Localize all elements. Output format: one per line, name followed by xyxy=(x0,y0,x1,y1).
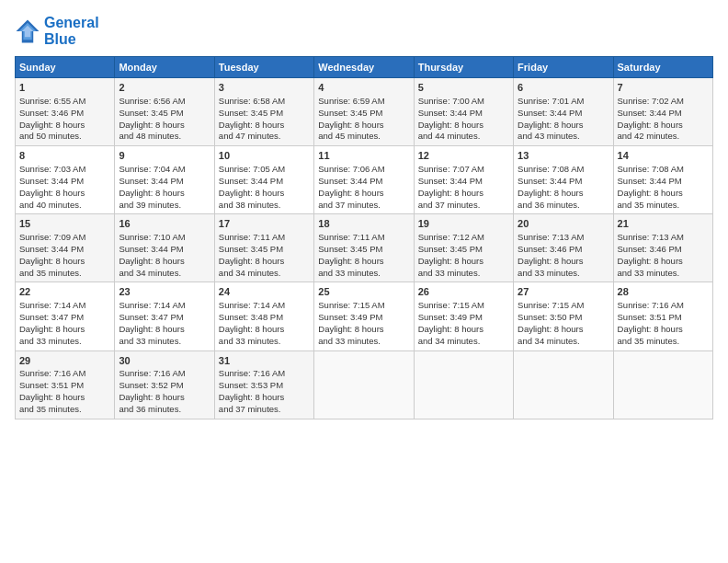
cell-line: Sunrise: 7:15 AM xyxy=(318,300,409,312)
cell-line: Sunset: 3:45 PM xyxy=(219,108,310,120)
week-row-4: 22Sunrise: 7:14 AMSunset: 3:47 PMDayligh… xyxy=(16,282,713,350)
cell-line: Daylight: 8 hours xyxy=(219,392,310,404)
calendar-cell xyxy=(613,350,712,419)
column-header-monday: Monday xyxy=(115,57,214,78)
cell-line: Sunrise: 7:12 AM xyxy=(418,232,509,244)
calendar-cell: 2Sunrise: 6:56 AMSunset: 3:45 PMDaylight… xyxy=(115,78,214,146)
cell-line: Sunrise: 7:14 AM xyxy=(219,300,310,312)
cell-line: Sunrise: 7:13 AM xyxy=(618,232,709,244)
calendar-cell: 6Sunrise: 7:01 AMSunset: 3:44 PMDaylight… xyxy=(514,78,613,146)
calendar-cell: 16Sunrise: 7:10 AMSunset: 3:44 PMDayligh… xyxy=(115,214,214,282)
cell-line: and 33 minutes. xyxy=(418,268,509,280)
day-number: 10 xyxy=(219,149,310,163)
cell-line: Sunset: 3:44 PM xyxy=(518,108,609,120)
cell-line: Sunrise: 7:13 AM xyxy=(518,232,609,244)
header: General Blue xyxy=(15,15,713,47)
cell-line: Sunset: 3:45 PM xyxy=(219,244,310,256)
cell-line: Sunrise: 7:14 AM xyxy=(119,300,210,312)
cell-line: Sunrise: 7:07 AM xyxy=(418,164,509,176)
cell-line: Sunset: 3:49 PM xyxy=(318,312,409,324)
cell-line: Sunrise: 7:16 AM xyxy=(219,368,310,380)
calendar-cell: 20Sunrise: 7:13 AMSunset: 3:46 PMDayligh… xyxy=(514,214,613,282)
cell-line: Sunset: 3:44 PM xyxy=(119,176,210,188)
cell-line: and 43 minutes. xyxy=(518,131,609,143)
cell-line: and 37 minutes. xyxy=(219,404,310,416)
cell-line: Sunrise: 7:08 AM xyxy=(518,164,609,176)
column-header-friday: Friday xyxy=(514,57,613,78)
calendar-cell: 18Sunrise: 7:11 AMSunset: 3:45 PMDayligh… xyxy=(314,214,414,282)
cell-line: and 33 minutes. xyxy=(318,336,409,348)
calendar-cell: 8Sunrise: 7:03 AMSunset: 3:44 PMDaylight… xyxy=(16,146,115,214)
cell-line: Daylight: 8 hours xyxy=(19,188,110,200)
cell-line: Sunrise: 7:16 AM xyxy=(119,368,210,380)
cell-line: Sunset: 3:49 PM xyxy=(418,312,509,324)
column-header-wednesday: Wednesday xyxy=(314,57,414,78)
cell-line: and 33 minutes. xyxy=(318,268,409,280)
cell-line: and 33 minutes. xyxy=(119,336,210,348)
cell-line: and 35 minutes. xyxy=(618,336,709,348)
cell-line: Daylight: 8 hours xyxy=(518,188,609,200)
cell-line: Sunset: 3:52 PM xyxy=(119,380,210,392)
calendar-cell: 10Sunrise: 7:05 AMSunset: 3:44 PMDayligh… xyxy=(214,146,313,214)
cell-line: and 44 minutes. xyxy=(418,131,509,143)
cell-line: Sunrise: 7:05 AM xyxy=(219,164,310,176)
cell-line: Daylight: 8 hours xyxy=(618,324,709,336)
day-number: 13 xyxy=(518,149,609,163)
cell-line: Daylight: 8 hours xyxy=(119,256,210,268)
cell-line: Daylight: 8 hours xyxy=(618,188,709,200)
day-number: 29 xyxy=(19,354,110,368)
cell-line: Daylight: 8 hours xyxy=(19,324,110,336)
cell-line: Sunset: 3:44 PM xyxy=(618,176,709,188)
cell-line: Daylight: 8 hours xyxy=(119,324,210,336)
cell-line: Daylight: 8 hours xyxy=(618,256,709,268)
day-number: 2 xyxy=(119,81,210,95)
day-number: 30 xyxy=(119,354,210,368)
cell-line: Sunrise: 7:06 AM xyxy=(318,164,409,176)
day-number: 27 xyxy=(518,285,609,299)
calendar-cell: 7Sunrise: 7:02 AMSunset: 3:44 PMDaylight… xyxy=(613,78,712,146)
cell-line: and 39 minutes. xyxy=(119,200,210,212)
cell-line: and 48 minutes. xyxy=(119,131,210,143)
cell-line: Sunrise: 7:11 AM xyxy=(318,232,409,244)
calendar-table: SundayMondayTuesdayWednesdayThursdayFrid… xyxy=(15,56,713,419)
day-number: 3 xyxy=(219,81,310,95)
page: General Blue SundayMondayTuesdayWednesda… xyxy=(0,0,728,563)
day-number: 15 xyxy=(19,217,110,231)
cell-line: Sunrise: 6:56 AM xyxy=(119,96,210,108)
day-number: 21 xyxy=(618,217,709,231)
cell-line: Sunrise: 6:59 AM xyxy=(318,96,409,108)
cell-line: Daylight: 8 hours xyxy=(119,188,210,200)
calendar-cell: 12Sunrise: 7:07 AMSunset: 3:44 PMDayligh… xyxy=(414,146,513,214)
logo-general: General xyxy=(44,15,99,30)
cell-line: Sunset: 3:44 PM xyxy=(318,176,409,188)
cell-line: and 37 minutes. xyxy=(418,200,509,212)
day-number: 28 xyxy=(618,285,709,299)
cell-line: and 34 minutes. xyxy=(119,268,210,280)
calendar-cell: 4Sunrise: 6:59 AMSunset: 3:45 PMDaylight… xyxy=(314,78,414,146)
cell-line: and 33 minutes. xyxy=(618,268,709,280)
cell-line: and 40 minutes. xyxy=(19,200,110,212)
calendar-cell xyxy=(414,350,513,419)
day-number: 17 xyxy=(219,217,310,231)
cell-line: Sunset: 3:45 PM xyxy=(318,108,409,120)
cell-line: Sunrise: 6:58 AM xyxy=(219,96,310,108)
calendar-cell: 14Sunrise: 7:08 AMSunset: 3:44 PMDayligh… xyxy=(613,146,712,214)
cell-line: Sunset: 3:50 PM xyxy=(518,312,609,324)
cell-line: Sunset: 3:47 PM xyxy=(19,312,110,324)
column-header-thursday: Thursday xyxy=(414,57,513,78)
cell-line: Sunset: 3:44 PM xyxy=(219,176,310,188)
cell-line: Daylight: 8 hours xyxy=(119,120,210,132)
day-number: 23 xyxy=(119,285,210,299)
day-number: 5 xyxy=(418,81,509,95)
cell-line: and 36 minutes. xyxy=(518,200,609,212)
cell-line: and 42 minutes. xyxy=(618,131,709,143)
calendar-cell: 25Sunrise: 7:15 AMSunset: 3:49 PMDayligh… xyxy=(314,282,414,350)
cell-line: Sunset: 3:53 PM xyxy=(219,380,310,392)
cell-line: Daylight: 8 hours xyxy=(518,324,609,336)
table-body: 1Sunrise: 6:55 AMSunset: 3:46 PMDaylight… xyxy=(16,78,713,419)
cell-line: and 35 minutes. xyxy=(19,404,110,416)
cell-line: Sunset: 3:45 PM xyxy=(318,244,409,256)
calendar-cell: 27Sunrise: 7:15 AMSunset: 3:50 PMDayligh… xyxy=(514,282,613,350)
cell-line: Sunrise: 7:00 AM xyxy=(418,96,509,108)
cell-line: Sunrise: 7:11 AM xyxy=(219,232,310,244)
